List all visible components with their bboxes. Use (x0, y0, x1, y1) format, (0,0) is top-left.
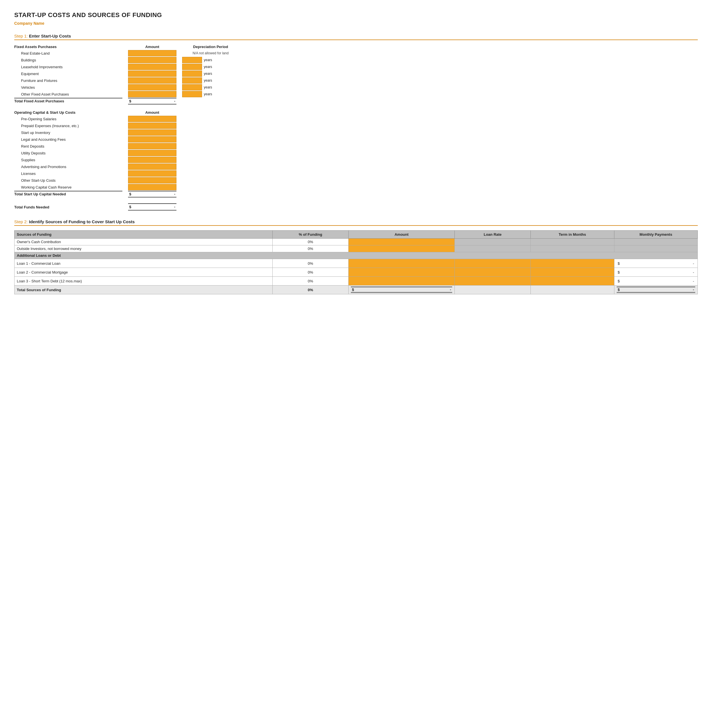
list-item: Real Estate-Land (14, 50, 122, 56)
buildings-amount[interactable] (128, 57, 177, 63)
source-label: Loan 3 - Short Term Debt (12 mos.max) (15, 277, 273, 286)
utility-deposits-amount[interactable] (128, 150, 177, 156)
amount-input[interactable] (348, 246, 454, 252)
monthly-col-header: Monthly Payments (614, 231, 698, 238)
pct-value: 0% (273, 238, 349, 246)
table-row: Loan 2 - Commercial Mortgage 0% $- (15, 268, 698, 277)
leasehold-deprec-input[interactable] (182, 64, 202, 70)
table-row: Loan 1 - Commercial Loan 0% $- (15, 259, 698, 268)
funding-table: Sources of Funding % of Funding Amount L… (14, 230, 698, 294)
list-item: Vehicles (14, 84, 122, 90)
total-term (531, 286, 614, 294)
term-na (531, 238, 614, 246)
operating-capital-label: Operating Capital & Start Up Costs (14, 110, 122, 115)
pct-value: 0% (273, 259, 349, 268)
table-row: Additional Loans or Debt (15, 252, 698, 259)
loan-rate-input[interactable] (455, 268, 531, 277)
list-item: Other Start-Up Costs (14, 177, 122, 183)
list-item: Furniture and Fixtures (14, 77, 122, 84)
amount-input[interactable] (348, 238, 454, 246)
amount-input[interactable] (348, 259, 454, 268)
monthly-value: $- (614, 259, 698, 268)
real-estate-amount[interactable] (128, 50, 177, 56)
list-item: Legal and Accounting Fees (14, 136, 122, 142)
equipment-amount[interactable] (128, 71, 177, 77)
furniture-deprec-input[interactable] (182, 77, 202, 84)
loan-rate-input[interactable] (455, 277, 531, 286)
furniture-amount[interactable] (128, 77, 177, 84)
loan-rate-col-header: Loan Rate (455, 231, 531, 238)
term-input[interactable] (531, 259, 614, 268)
deprec-row-furniture: years (182, 77, 239, 84)
licenses-amount[interactable] (128, 170, 177, 177)
monthly-na (614, 246, 698, 252)
total-sources-row: Total Sources of Funding 0% $- $- (15, 286, 698, 294)
loan-rate-na (455, 238, 531, 246)
list-item: Licenses (14, 170, 122, 177)
table-row: Loan 3 - Short Term Debt (12 mos.max) 0%… (15, 277, 698, 286)
term-col-header: Term in Months (531, 231, 614, 238)
deprec-row-other: years (182, 91, 239, 97)
pct-value: 0% (273, 277, 349, 286)
rent-deposits-amount[interactable] (128, 143, 177, 149)
total-sources-label: Total Sources of Funding (15, 286, 273, 294)
legal-accounting-amount[interactable] (128, 136, 177, 142)
total-startup-label: Total Start Up Capital Needed (14, 192, 66, 196)
list-item: Rent Deposits (14, 143, 122, 149)
total-loan-rate (455, 286, 531, 294)
preopening-salaries-amount[interactable] (128, 116, 177, 122)
sources-col-header: Sources of Funding (15, 231, 273, 238)
deprec-row-equipment: years (182, 71, 239, 77)
monthly-value: $- (614, 268, 698, 277)
company-name: Company Name (14, 21, 698, 25)
deprec-row-vehicles: years (182, 84, 239, 90)
amount-input[interactable] (348, 277, 454, 286)
list-item: Leasehold Improvements (14, 64, 122, 70)
op-amount-header: Amount (128, 110, 177, 115)
other-startup-amount[interactable] (128, 177, 177, 183)
land-deprec-na: N/A not allowed for land (182, 50, 239, 56)
term-input[interactable] (531, 268, 614, 277)
list-item: Buildings (14, 57, 122, 63)
supplies-amount[interactable] (128, 157, 177, 163)
deprec-row-leasehold: years (182, 64, 239, 70)
table-row: Outside Investors, not borrowed money 0% (15, 246, 698, 252)
loan-rate-na (455, 246, 531, 252)
equipment-deprec-input[interactable] (182, 71, 202, 77)
monthly-na (614, 238, 698, 246)
additional-loans-header: Additional Loans or Debt (15, 252, 698, 259)
list-item: Equipment (14, 71, 122, 77)
source-label: Owner's Cash Contribution (15, 238, 273, 246)
list-item: Prepaid Expenses (Insurance, etc.) (14, 123, 122, 129)
total-funds-needed-amount: $ - (128, 203, 177, 211)
monthly-value: $- (614, 277, 698, 286)
buildings-deprec-input[interactable] (182, 57, 202, 63)
startup-inventory-amount[interactable] (128, 129, 177, 136)
pct-value: 0% (273, 268, 349, 277)
list-item: Other Fixed Asset Purchases (14, 91, 122, 97)
pct-col-header: % of Funding (273, 231, 349, 238)
source-label: Loan 1 - Commercial Loan (15, 259, 273, 268)
term-input[interactable] (531, 277, 614, 286)
depreciation-header: Depreciation Period (182, 44, 239, 49)
total-funds-needed-label: Total Funds Needed (14, 205, 122, 209)
step2-header: Step 2: Identify Sources of Funding to C… (14, 219, 698, 226)
source-label: Loan 2 - Commercial Mortgage (15, 268, 273, 277)
loan-rate-input[interactable] (455, 259, 531, 268)
source-label: Outside Investors, not borrowed money (15, 246, 273, 252)
vehicles-amount[interactable] (128, 84, 177, 90)
vehicles-deprec-input[interactable] (182, 84, 202, 90)
step1-header: Step 1: Enter Start-Up Costs (14, 34, 698, 40)
amount-input[interactable] (348, 268, 454, 277)
advertising-amount[interactable] (128, 164, 177, 170)
other-deprec-input[interactable] (182, 91, 202, 97)
prepaid-expenses-amount[interactable] (128, 123, 177, 129)
total-amount-cell: $- (348, 286, 454, 294)
leasehold-amount[interactable] (128, 64, 177, 70)
amount-col-header: Amount (348, 231, 454, 238)
working-capital-amount[interactable] (128, 184, 177, 190)
table-row: Owner's Cash Contribution 0% (15, 238, 698, 246)
total-monthly-cell: $- (614, 286, 698, 294)
other-fixed-amount[interactable] (128, 91, 177, 97)
list-item: Supplies (14, 157, 122, 163)
